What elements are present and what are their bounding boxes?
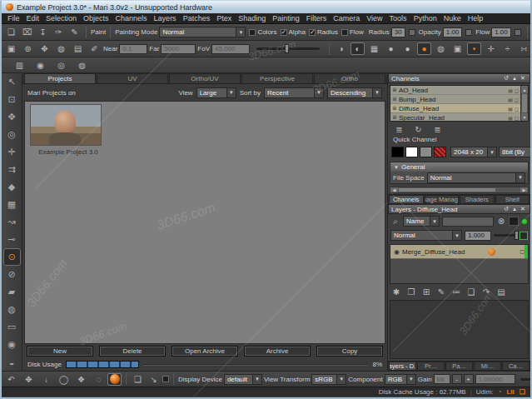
activity-icon[interactable]: ◔ [498, 388, 502, 396]
drop-object-icon[interactable]: ↓ [39, 373, 53, 386]
menu-item[interactable]: Channels [112, 14, 151, 22]
menu-item[interactable]: Python [410, 14, 440, 22]
menu-item[interactable]: Layers [151, 14, 180, 22]
layer-cache-toggle[interactable] [520, 232, 528, 240]
menu-item[interactable]: Painting [269, 14, 303, 22]
smudge-tool-icon[interactable]: ↝ [3, 213, 21, 231]
pan-tool-icon[interactable]: ✥ [3, 108, 21, 126]
tab-uv[interactable]: UV [97, 73, 168, 83]
flat-lighting-icon[interactable]: ◑ [334, 42, 348, 55]
lock-icon[interactable]: ◻ [515, 106, 519, 112]
project-card[interactable]: Example Project 3.0 [30, 104, 107, 156]
remove-layer-icon[interactable]: ▤ [495, 287, 507, 297]
menu-item[interactable]: Selection [42, 14, 80, 22]
lock-view-icon[interactable]: ◌ [92, 373, 106, 386]
blur-tool-icon[interactable]: ◆ [3, 178, 21, 196]
mini-slider[interactable] [409, 29, 415, 36]
tab-ortho-uv[interactable]: Ortho/UV [169, 73, 241, 83]
view-transform-select[interactable]: sRGB▼ [311, 374, 346, 385]
hide-unselected-icon[interactable]: ◎ [54, 59, 68, 72]
pivot-icon[interactable]: ✥ [37, 42, 52, 55]
pause-buffer-icon[interactable]: ▣ [450, 42, 465, 55]
delete-button[interactable]: Delete [99, 346, 166, 357]
palette-collapse-icon[interactable]: ▴ [510, 206, 519, 212]
depth-mask-checkbox[interactable] [162, 376, 169, 382]
filter-field-select[interactable]: Name▼ [403, 216, 440, 227]
menu-item[interactable]: File [4, 14, 23, 22]
copy-button[interactable]: Copy [316, 346, 383, 357]
lock-icon[interactable]: ◻ [515, 97, 519, 102]
lock-visibility-icon[interactable]: ◍ [75, 59, 89, 72]
mini-slider[interactable] [465, 29, 472, 36]
mirror-x-icon[interactable]: ✛ [484, 42, 498, 55]
channel-row[interactable]: ≣ AO_Head ▤ ◻ [390, 86, 520, 95]
fov-field[interactable]: 45.000 [211, 44, 250, 54]
film-light-icon[interactable]: ▦ [367, 42, 381, 55]
horizontal-scrollbar[interactable]: ◀ ▶ [390, 187, 529, 193]
palette-tab[interactable]: Pa… [445, 362, 473, 371]
view-size-select[interactable]: Large▼ [196, 87, 236, 98]
painting-mode-select[interactable]: Normal ▼ [159, 27, 246, 37]
camera-icon[interactable]: ⊚ [21, 42, 35, 55]
scrollbar-thumb[interactable] [522, 94, 527, 112]
scroll-left-icon[interactable]: ◀ [390, 187, 398, 192]
undo-icon[interactable]: ↶ [4, 373, 18, 386]
alpha-checkbox[interactable]: Alpha [281, 28, 306, 36]
fov-slider[interactable] [256, 47, 320, 50]
palette-undock-icon[interactable]: ↺ [502, 206, 510, 212]
palette-undock-icon[interactable]: ↺ [502, 75, 510, 82]
sync-channel-icon[interactable]: ↻ [411, 124, 425, 134]
channel-row[interactable]: ≣ Bump_Head ▤ ◻ [390, 95, 520, 104]
display-device-select[interactable]: default▼ [224, 374, 262, 385]
tab-layers-palette[interactable]: Layers - D… [389, 362, 416, 371]
menu-item[interactable]: Objects [80, 14, 112, 22]
menu-item[interactable]: Edit [23, 14, 43, 22]
merge-layers-icon[interactable]: ≔ [450, 287, 462, 297]
clone-stamp-tool-icon[interactable]: ◍ [3, 301, 21, 318]
tab-projects[interactable]: Projects [24, 73, 96, 83]
titlebar[interactable]: Example Project 3.0* - Mari 3.0v2 - Unsu… [2, 1, 530, 13]
add-group-icon[interactable]: ⊞ [420, 287, 432, 297]
uv-mode-icon[interactable]: ▣ [4, 42, 18, 55]
channel-depth-select[interactable]: 8bit (By▼ [499, 147, 532, 157]
layer-search-input[interactable] [442, 217, 494, 227]
component-select[interactable]: RGB▼ [385, 374, 416, 385]
menu-item[interactable]: Ptex [213, 14, 235, 22]
new-button[interactable]: New [27, 346, 93, 357]
paint-buffer-icon[interactable]: ❏ [520, 388, 525, 396]
scrollbar-thumb[interactable] [399, 188, 495, 192]
ptex-setup-icon[interactable]: ✑ [52, 26, 66, 38]
eraser-tool-icon[interactable]: ⊘ [3, 266, 21, 283]
far-field[interactable]: 5000 [161, 44, 196, 54]
open-archive-button[interactable]: Open Archive [172, 346, 238, 357]
shader-preview-icon[interactable]: ◍ [434, 42, 448, 55]
warp-tool-icon[interactable]: ▦ [3, 196, 21, 213]
projection-icon[interactable]: ↘ [147, 373, 161, 386]
add-mask-icon[interactable]: ❑ [465, 287, 477, 297]
menu-item[interactable]: Nuke [440, 14, 465, 22]
shadow-icon[interactable]: ◍ [54, 42, 68, 55]
project-thumbnail[interactable] [30, 104, 102, 146]
gain-slider[interactable] [520, 378, 530, 381]
gradient-tool-icon[interactable]: ▰ [3, 283, 21, 301]
channel-size-select[interactable]: 2048 x 20▼ [450, 147, 497, 157]
scroll-up-icon[interactable]: ▲ [521, 86, 528, 93]
near-field[interactable]: 0.1 [119, 44, 147, 54]
mini-slider[interactable] [515, 29, 521, 36]
palette-tab[interactable]: Ca… [502, 362, 530, 371]
scale-icon[interactable]: ❖ [74, 373, 88, 386]
channels-palette-title[interactable]: Channels ↺▴✕ [388, 73, 530, 83]
duplicate-layer-icon[interactable]: ❐ [405, 287, 417, 297]
gain-fstop-field[interactable]: f/8 [434, 374, 450, 384]
gain-plus-button[interactable]: + [464, 374, 474, 384]
add-adjustment-icon[interactable]: ✎ [435, 287, 447, 297]
colors-checkbox[interactable]: Colors [249, 28, 276, 36]
swatch-black[interactable] [391, 147, 404, 157]
menu-item[interactable]: Help [465, 14, 487, 22]
tab-channels[interactable]: Channels [389, 195, 424, 204]
slider-thumb[interactable] [515, 231, 519, 240]
layer-amount-field[interactable]: 1.000 [465, 231, 491, 241]
tab-perspective[interactable]: Perspective [241, 73, 313, 83]
tab-image-manager[interactable]: Image Manager [425, 195, 460, 204]
close-project-icon[interactable]: ⌧ [20, 26, 34, 38]
